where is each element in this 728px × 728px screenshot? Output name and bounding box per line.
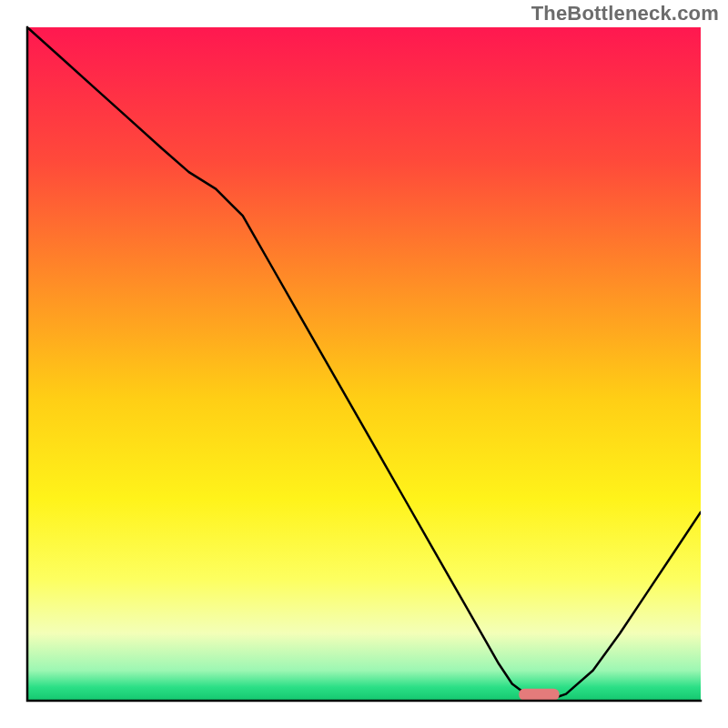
watermark-label: TheBottleneck.com <box>531 2 719 25</box>
bottleneck-chart <box>0 0 728 728</box>
gradient-background <box>27 27 701 701</box>
chart-container: TheBottleneck.com <box>0 0 728 728</box>
optimal-marker <box>519 689 559 701</box>
